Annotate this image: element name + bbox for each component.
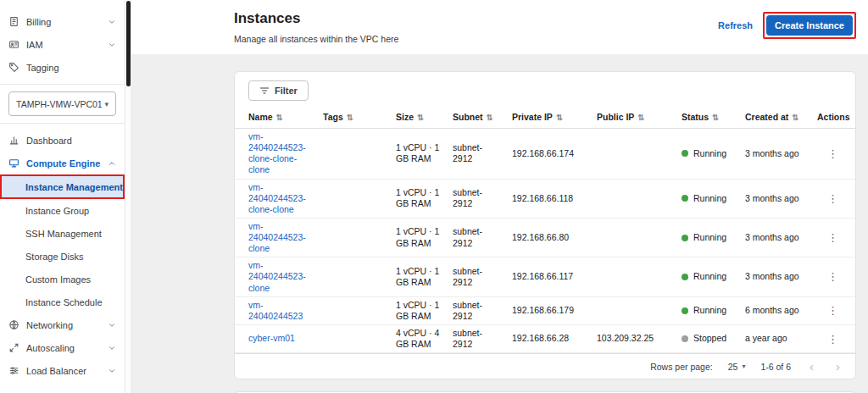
sidebar-item-compute-engine[interactable]: Compute Engine	[0, 152, 125, 174]
main-area: Instances Manage all instances within th…	[131, 0, 868, 393]
column-header-name[interactable]: Name⇅	[235, 106, 323, 129]
tags-cell	[323, 324, 396, 352]
sort-icon: ⇅	[712, 113, 719, 122]
sidebar-item-custom-images[interactable]: Custom Images	[0, 268, 125, 291]
sort-icon: ⇅	[347, 113, 353, 122]
created-at-cell: 3 months ago	[745, 257, 817, 296]
row-actions-kebab-icon[interactable]: ⋮	[824, 269, 842, 284]
rows-per-page-label: Rows per page:	[650, 362, 713, 372]
iam-icon	[8, 39, 19, 50]
subnet-cell: subnet-2912	[453, 187, 490, 209]
instance-name-link[interactable]: vm-24040244523	[248, 300, 316, 322]
public-ip-cell	[597, 257, 682, 296]
sidebar-item-networking[interactable]: Networking	[0, 313, 125, 336]
row-actions-kebab-icon[interactable]: ⋮	[824, 191, 842, 206]
pagination-range: 1-6 of 6	[760, 362, 791, 372]
column-header-public-ip[interactable]: Public IP⇅	[597, 106, 682, 129]
sidebar-item-billing[interactable]: Billing	[0, 10, 125, 33]
row-actions-kebab-icon[interactable]: ⋮	[824, 332, 842, 346]
column-label: Tags	[323, 112, 343, 122]
sidebar-item-label: Instance Group	[25, 206, 89, 216]
sidebar-item-ssh-management[interactable]: SSH Management	[0, 222, 125, 245]
instance-name-link[interactable]: vm-24040244523-clone-clone-clone	[248, 131, 316, 176]
private-ip-cell: 192.168.66.28	[512, 324, 597, 352]
filter-icon	[259, 86, 270, 96]
row-actions-kebab-icon[interactable]: ⋮	[824, 147, 842, 161]
table-row: vm-24040244523-clone-clone 1 vCPU · 1 GB…	[235, 179, 855, 218]
private-ip-cell: 192.168.66.174	[512, 129, 597, 180]
sidebar-item-tagging[interactable]: Tagging	[0, 56, 125, 79]
status-label: Running	[693, 305, 726, 316]
sidebar-item-instance-schedule[interactable]: Instance Schedule	[0, 291, 125, 313]
tag-icon	[8, 62, 19, 73]
scrollbar-thumb[interactable]	[126, 1, 131, 86]
instance-name-link[interactable]: vm-24040244523-clone-clone	[248, 182, 316, 215]
sort-icon: ⇅	[276, 113, 283, 122]
filter-button[interactable]: Filter	[248, 80, 309, 101]
status-label: Running	[693, 271, 726, 282]
status-dot	[682, 335, 688, 342]
sidebar-item-storage-disks[interactable]: Storage Disks	[0, 245, 125, 268]
sort-icon: ⇅	[417, 113, 424, 122]
public-ip-cell	[597, 129, 682, 180]
public-ip-cell	[597, 296, 682, 324]
app-root: Billing IAM Tagging TAMPH-VMW-VPC01 ▾	[0, 0, 868, 393]
size-cell: 1 vCPU · 1 GB RAM	[396, 226, 443, 248]
column-header-private-ip[interactable]: Private IP⇅	[512, 106, 597, 129]
status-dot	[682, 150, 688, 157]
sidebar-scrollbar[interactable]	[125, 0, 131, 393]
public-ip-cell: 103.209.32.25	[597, 324, 682, 352]
dropdown-caret-icon: ▾	[104, 100, 108, 108]
sidebar-divider	[0, 84, 125, 85]
sort-icon: ⇅	[487, 113, 493, 122]
created-at-cell: 3 months ago	[745, 129, 817, 180]
tags-cell	[323, 129, 396, 180]
status-dot	[682, 195, 688, 202]
create-instance-button[interactable]: Create Instance	[766, 15, 853, 36]
public-ip-cell	[597, 179, 682, 218]
sidebar-item-label: Dashboard	[26, 136, 116, 146]
sidebar-item-instance-group[interactable]: Instance Group	[0, 199, 125, 222]
sidebar-item-label: Custom Images	[25, 274, 91, 285]
sidebar-item-label: Billing	[26, 17, 101, 27]
column-label: Actions	[817, 112, 850, 122]
column-label: Size	[396, 112, 414, 122]
page-header: Instances Manage all instances within th…	[131, 0, 868, 54]
instance-name-link[interactable]: cyber-vm01	[248, 333, 295, 344]
sidebar-item-iam[interactable]: IAM	[0, 33, 125, 56]
filter-row: Filter	[235, 72, 855, 106]
size-cell: 4 vCPU · 4 GB RAM	[396, 328, 443, 350]
column-header-tags[interactable]: Tags⇅	[323, 106, 396, 129]
created-at-cell: 3 months ago	[745, 218, 817, 257]
row-actions-kebab-icon[interactable]: ⋮	[824, 230, 842, 245]
tags-cell	[323, 218, 396, 257]
sidebar-item-autoscaling[interactable]: Autoscaling	[0, 336, 125, 359]
column-header-size[interactable]: Size⇅	[396, 106, 453, 129]
column-header-created-at[interactable]: Created at⇅	[745, 106, 817, 129]
created-at-cell: 6 months ago	[745, 296, 817, 324]
page-header-text: Instances Manage all instances within th…	[234, 7, 398, 44]
previous-page-button[interactable]: ‹	[806, 360, 817, 373]
sidebar-item-label: Instance Schedule	[25, 297, 103, 307]
private-ip-cell: 192.168.66.117	[512, 257, 597, 296]
filter-button-label: Filter	[275, 86, 298, 96]
row-actions-kebab-icon[interactable]: ⋮	[824, 303, 842, 318]
instance-name-link[interactable]: vm-24040244523-clone	[248, 260, 316, 293]
size-cell: 1 vCPU · 1 GB RAM	[396, 300, 443, 322]
column-header-status[interactable]: Status⇅	[682, 106, 745, 129]
sidebar-item-instance-management[interactable]: Instance Management	[0, 174, 125, 199]
chevron-down-icon	[108, 41, 116, 49]
sidebar-item-dashboard[interactable]: Dashboard	[0, 129, 125, 152]
subnet-cell: subnet-2912	[453, 226, 490, 248]
instance-name-link[interactable]: vm-24040244523-clone	[248, 221, 316, 254]
column-header-subnet[interactable]: Subnet⇅	[453, 106, 512, 129]
chevron-down-icon	[108, 321, 116, 329]
sidebar-item-label: Instance Management	[25, 182, 123, 192]
rows-per-page-select[interactable]: 25 ▾	[728, 362, 746, 372]
next-page-button[interactable]: ›	[832, 360, 843, 373]
status-label: Running	[693, 193, 726, 204]
vpc-selector[interactable]: TAMPH-VMW-VPC01 ▾	[8, 91, 116, 116]
refresh-button[interactable]: Refresh	[715, 15, 756, 36]
sidebar-item-load-balancer[interactable]: Load Balancer	[0, 359, 125, 382]
tags-cell	[323, 179, 396, 218]
